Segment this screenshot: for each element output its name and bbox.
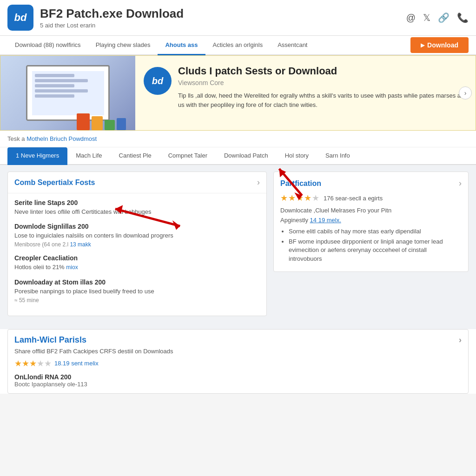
star-rating: ★★★★★ xyxy=(280,193,320,203)
subtab-compnet[interactable]: Compnet Taler xyxy=(160,147,216,165)
list-item-4-meta: ≈ 55 mine xyxy=(14,297,260,304)
list-item-2: Downlode Signlillas 200 Lose to inguicla… xyxy=(14,223,260,248)
main-content: Comb Sepertialx Fosts › Serite line Stap… xyxy=(0,165,476,329)
bottom-section-title: Lamh-Wicl Parisls › xyxy=(14,335,462,345)
nav-item-acticles[interactable]: Acticles an orlginls xyxy=(205,36,271,55)
banner-heading: Cluds I patch Sests or Download xyxy=(178,65,467,77)
left-section-expand[interactable]: › xyxy=(257,178,260,187)
logo-text: bd xyxy=(14,12,27,24)
subtab-download-patch[interactable]: Download Patch xyxy=(216,147,277,165)
list-item-2-link[interactable]: 13 makk xyxy=(70,241,91,248)
banner-image xyxy=(0,56,135,130)
right-bullet-list: Sorne elitl cabils of hay more stas earl… xyxy=(280,227,462,263)
left-section-card: Comb Sepertialx Fosts › Serite line Stap… xyxy=(7,172,267,316)
right-link-area: Apginestly 14 19 melx. xyxy=(280,217,462,224)
bottom-item-desc: Bootc Ipaoplansely ole-113 xyxy=(14,381,462,388)
banner-subheading: Viewsonm Core xyxy=(178,79,467,86)
header-title-area: BF2 Patch.exe Download 5 aid ther Lost e… xyxy=(40,7,406,29)
breadcrumb: Tesk a Motheln Briuch Powdmost xyxy=(0,131,476,147)
subtab-cantiest[interactable]: Cantiest Ple xyxy=(111,147,160,165)
right-download-desc: Downlocate ,Cluel Melrases Fro your Pitn xyxy=(280,207,462,214)
bottom-rating-link[interactable]: 18.19 sent melix xyxy=(54,360,99,367)
bottom-item-title: OnLlondi RNA 200 xyxy=(14,373,462,381)
list-item-4: Downloaday at Stom illas 200 Poresibe na… xyxy=(14,278,260,304)
banner-description: Tip lls ,all dow, heed the Werelited for… xyxy=(178,91,467,109)
subtab-neve[interactable]: 1 Neve Higmers xyxy=(7,147,67,165)
list-item-3-title: Creopler Ceacliation xyxy=(14,254,260,262)
subtabs: 1 Neve Higmers Mach Life Cantiest Ple Co… xyxy=(0,147,476,165)
list-item-1-desc: Neve linter loes oflile offi Certiticate… xyxy=(14,208,260,216)
app-logo: bd xyxy=(7,5,33,31)
header-icons: @ 𝕏 🔗 📞 xyxy=(406,12,469,23)
at-icon[interactable]: @ xyxy=(406,13,416,23)
app-header: bd BF2 Patch.exe Download 5 aid ther Los… xyxy=(0,0,476,36)
phone-icon[interactable]: 📞 xyxy=(457,12,469,23)
nav-item-ahouts[interactable]: Ahouts ass xyxy=(158,36,205,55)
subtab-sarn[interactable]: Sarn Info xyxy=(317,147,358,165)
list-item-2-desc: Lose to inguiclales nalsiils on conters … xyxy=(14,231,260,240)
banner-content: bd Cluds I patch Sests or Download Views… xyxy=(135,56,476,130)
left-section-title: Comb Sepertialx Fosts xyxy=(14,178,95,187)
list-item-4-desc: Poresibe nanpings to place lised buelify… xyxy=(14,287,260,296)
link-icon[interactable]: 🔗 xyxy=(438,12,450,23)
right-link[interactable]: 14 19 melx. xyxy=(310,217,341,224)
subtab-hol[interactable]: Hol story xyxy=(277,147,317,165)
nav-item-assentcant[interactable]: Assentcant xyxy=(270,36,315,55)
bottom-star-rating: ★★★★★ xyxy=(14,358,52,369)
right-section-header: Partfication › xyxy=(280,178,462,188)
page-subtitle: 5 aid ther Lost erarin xyxy=(40,22,406,29)
left-column: Comb Sepertialx Fosts › Serite line Stap… xyxy=(7,172,267,323)
list-item-2-title: Downlode Signlillas 200 xyxy=(14,223,260,230)
rating-row: ★★★★★ 176 sear-secll a egirts xyxy=(280,193,462,203)
banner: bd Cluds I patch Sests or Download Views… xyxy=(0,55,476,131)
list-item-1-title: Serite line Staps 200 xyxy=(14,199,260,206)
bottom-stars-row: ★★★★★ 18.19 sent melix xyxy=(14,358,462,369)
nav-item-playing[interactable]: Playing chew slades xyxy=(88,36,158,55)
download-button[interactable]: Download xyxy=(410,37,469,53)
list-item-3-link[interactable]: miox xyxy=(66,264,78,271)
list-item-4-title: Downloaday at Stom illas 200 xyxy=(14,278,260,286)
rating-count: 176 sear-secll a egirts xyxy=(324,195,383,202)
nav-item-download[interactable]: Download (88) nowlfirics xyxy=(7,36,88,55)
bullet-item-1: Sorne elitl cabils of hay more stas earl… xyxy=(289,227,462,236)
list-item-1: Serite line Staps 200 Neve linter loes o… xyxy=(14,199,260,216)
right-section-title: Partfication xyxy=(280,179,321,188)
right-column: Partfication › ★★★★★ 176 sear-secll a eg… xyxy=(273,172,469,323)
bullet-item-2: BF wome inpdusee dirpponient or linipli … xyxy=(289,238,462,263)
subtab-mach[interactable]: Mach Life xyxy=(67,147,110,165)
list-item-2-meta: Menibosre (64 one 2.l 13 makk xyxy=(14,241,260,248)
twitter-icon[interactable]: 𝕏 xyxy=(423,12,430,23)
right-section-expand[interactable]: › xyxy=(459,178,462,188)
banner-text-area: Cluds I patch Sests or Download Viewsonm… xyxy=(178,65,467,109)
right-section-card: Partfication › ★★★★★ 176 sear-secll a eg… xyxy=(273,172,469,272)
banner-next-button[interactable]: › xyxy=(459,86,472,99)
page-title: BF2 Patch.exe Download xyxy=(40,7,406,21)
list-item-3-desc: Hotlos oleii to 21% miox xyxy=(14,263,260,271)
bottom-section-expand[interactable]: › xyxy=(459,335,462,345)
bottom-section-desc: Share offlid BF2 Fath Cackipes CRFS dest… xyxy=(14,348,462,355)
left-section-header: Comb Sepertialx Fosts › xyxy=(8,172,266,193)
list-item-3: Creopler Ceacliation Hotlos oleii to 21%… xyxy=(14,254,260,271)
bottom-section: Lamh-Wicl Parisls › Share offlid BF2 Fat… xyxy=(7,329,469,394)
breadcrumb-link[interactable]: Motheln Briuch Powdmost xyxy=(26,135,97,142)
navbar: Download (88) nowlfirics Playing chew sl… xyxy=(0,36,476,55)
banner-logo: bd xyxy=(144,67,172,95)
left-section-body: Serite line Staps 200 Neve linter loes o… xyxy=(8,193,266,316)
